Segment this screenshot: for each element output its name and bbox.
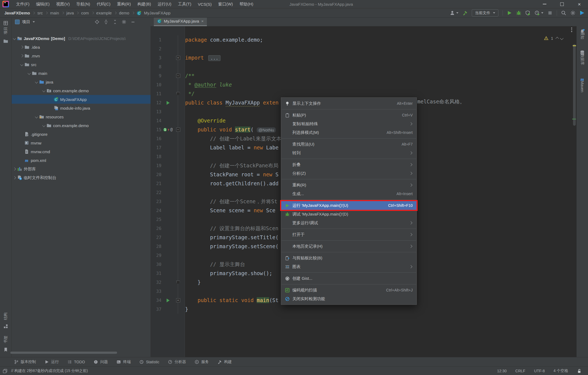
chevron-right-icon[interactable] [13,176,16,179]
toolwindow-button-服务[interactable]: 服务 [195,359,209,364]
chevron-down-icon[interactable] [35,115,38,118]
chevron-right-icon[interactable] [20,54,23,57]
context-menu-item[interactable]: 图表 [281,262,416,271]
stripe-button-maven[interactable]: Maven [580,81,584,92]
expand-all-icon[interactable] [104,20,108,24]
user-button[interactable] [450,10,458,16]
toolwindow-button-运行[interactable]: 运行 [45,359,59,364]
tree-item-外部库[interactable]: 外部库 [12,165,151,173]
profiler-button[interactable] [535,10,543,16]
fold-marker-icon[interactable]: − [176,74,180,78]
search-button[interactable] [561,10,566,16]
code-line-9[interactable]: 9−/** [151,71,577,80]
hammer-green-button[interactable] [463,10,468,16]
fold-marker-icon[interactable]: + [176,56,180,60]
breadcrumb-item[interactable]: example [96,11,112,15]
tree-item-main[interactable]: main [12,69,151,78]
chevron-up-icon[interactable] [555,37,559,41]
menubar-item[interactable]: VCS(S) [195,0,215,8]
tree-item-MyJavaFXApp[interactable]: CMyJavaFXApp [12,95,151,104]
grid-icon[interactable] [3,21,8,26]
context-menu-item[interactable]: 折叠 [281,160,416,169]
breadcrumb-item[interactable]: main [50,11,59,15]
warning-stripe-mark[interactable] [573,45,576,46]
error-stripe[interactable] [573,27,576,357]
context-menu-item[interactable]: 重构(R) [281,181,416,189]
stripe-button-project[interactable]: 项目 [3,27,8,34]
context-menu-item[interactable]: 运行 'MyJavaFXApp.main()'(U)Ctrl+Shift+F10 [281,201,416,210]
menubar-item[interactable]: 编辑(E) [33,0,53,8]
context-menu-item[interactable]: 打开于 [281,230,416,239]
stripe-button-structure[interactable]: 结构 [3,312,8,320]
tree-item-mvnw.cmd[interactable]: mvnw.cmd [12,147,151,156]
tree-item-com.example.demo[interactable]: com.example.demo [12,121,151,130]
tree-item-src[interactable]: src [12,60,151,69]
run-configuration-select[interactable]: 当前文件 [472,9,498,17]
context-menu-item[interactable]: 关闭实时检测功能 [281,294,416,303]
context-menu-item[interactable]: 转到 [281,149,416,157]
menubar-item[interactable]: 帮助(H) [236,0,257,8]
tree-item-.gitignore[interactable]: .gitignore [12,130,151,139]
context-menu-item[interactable]: 与剪贴板比较(B) [281,254,416,262]
more-options-icon[interactable] [571,27,572,33]
toolwindow-button-终端[interactable]: 终端 [117,359,131,364]
code-line-10[interactable]: 10 * @author luke [151,80,577,89]
collapse-all-icon[interactable] [113,20,117,24]
menubar-item[interactable]: 重构(R) [114,0,134,8]
tab-myjavafxapp[interactable]: C MyJavaFXApp.java × [154,17,207,26]
context-menu-item[interactable]: 生成...Alt+Insert [281,189,416,198]
info-stripe-mark[interactable] [572,119,576,119]
close-button[interactable]: × [571,0,588,8]
code-line-1[interactable]: 1package com.example.demo; [151,35,577,44]
tree-item-mvnw[interactable]: mvnw [12,139,151,147]
squares-icon[interactable] [3,324,8,329]
fold-marker-icon[interactable]: − [176,128,180,132]
inspection-widget[interactable]: 1 [544,36,563,41]
chevron-down-icon[interactable] [20,63,23,66]
chevron-down-icon[interactable] [42,124,45,127]
breadcrumb-item[interactable]: MyJavaFXApp [144,11,171,15]
bookmark-icon[interactable] [3,347,8,352]
context-menu-item[interactable]: 复制/粘贴特殊 [281,119,416,128]
tool-window-switcher-icon[interactable] [3,369,7,373]
run-gutter-icon[interactable] [167,299,170,302]
chevron-down-icon[interactable] [35,80,38,83]
locate-icon[interactable] [95,20,99,24]
menubar-item[interactable]: 代码(C) [93,0,114,8]
tree-item-module-info.java[interactable]: module-info.java [12,104,151,112]
toolwindow-button-版本控制[interactable]: 版本控制 [14,359,36,364]
code-line-2[interactable]: 2 [151,44,577,53]
stripe-button-bookmarks[interactable]: 书签 [3,336,8,343]
breadcrumb-item[interactable]: src [37,11,43,15]
breadcrumb-item[interactable]: demo [119,11,129,15]
context-menu-item[interactable]: 更多运行/调试 [281,219,416,227]
fold-end-icon[interactable] [176,281,180,284]
chevron-down-icon[interactable] [27,72,30,75]
tree-item-com.example.demo[interactable]: com.example.demo [12,86,151,95]
breadcrumb-item[interactable]: com [81,11,89,15]
tree-item-java[interactable]: java [12,78,151,86]
gear-icon[interactable] [122,20,126,24]
chevron-right-icon[interactable] [13,167,16,170]
context-menu-item[interactable]: 显示上下文操作Alt+Enter [281,99,416,108]
breadcrumb-item[interactable]: java [66,11,74,15]
fold-end-icon[interactable] [176,92,180,96]
chevron-down-icon[interactable] [13,37,16,40]
context-menu-item[interactable]: 粘贴(P)Ctrl+V [281,111,416,119]
indent-indicator[interactable]: 4 个空格 [553,368,568,373]
tree-item-resources[interactable]: resources [12,112,151,121]
implementation-count-icon[interactable]: 1 [163,128,167,131]
context-menu-item[interactable]: 查找用法(U)Alt+F7 [281,140,416,149]
chevron-right-icon[interactable] [20,45,23,48]
menubar-item[interactable]: 工具(T) [174,0,194,8]
toolwindow-button-Statistic[interactable]: Statistic [139,360,159,364]
stripe-button-database[interactable]: 数据库 [580,54,585,65]
run-gutter-icon[interactable] [167,101,170,105]
toolwindow-button-问题[interactable]: 问题 [94,359,108,364]
toolwindow-button-构建[interactable]: 构建 [218,359,232,364]
lock-open-icon[interactable] [577,369,581,373]
stripe-button-notifications[interactable]: 通知 [580,32,585,39]
code-line-8[interactable]: 8 [151,62,577,71]
menubar-item[interactable]: 导航(N) [73,0,93,8]
toolwindow-button-TODO[interactable]: TODO [68,360,85,364]
